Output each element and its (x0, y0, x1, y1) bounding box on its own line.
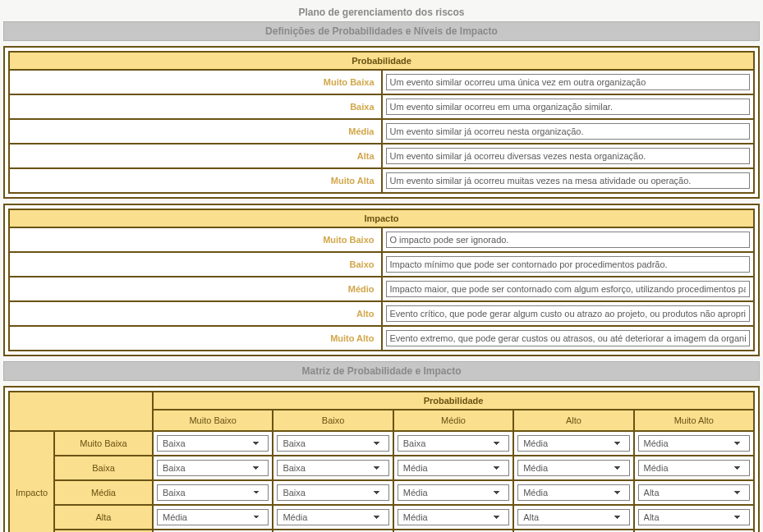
section-matrix-header: Matriz de Probabilidade e Impacto (3, 361, 760, 381)
matrix-prob-header: Probabilidade (153, 392, 754, 410)
matrix-impact-header: Impacto (9, 431, 54, 532)
probability-header: Probabilidade (9, 52, 754, 70)
prob-input-muito-alta[interactable] (386, 172, 751, 189)
matrix-select[interactable]: BaixaMédiaAlta (277, 435, 388, 452)
impact-table: Impacto Muito Baixo Baixo Médio Alto Mui… (8, 209, 755, 351)
matrix-select[interactable]: BaixaMédiaAlta (638, 460, 750, 476)
matrix-select[interactable]: BaixaMédiaAlta (157, 460, 269, 476)
prob-label: Muito Baixa (9, 70, 382, 94)
matrix-select[interactable]: BaixaMédiaAlta (517, 509, 629, 525)
matrix-box: Probabilidade Muito Baixo Baixo Médio Al… (3, 386, 760, 532)
matrix-select[interactable]: BaixaMédiaAlta (638, 509, 750, 525)
impact-input-muito-alto[interactable] (386, 330, 751, 346)
matrix-col-header: Muito Baixo (153, 410, 273, 431)
impact-label: Baixo (9, 252, 382, 277)
impact-input-medio[interactable] (386, 281, 751, 297)
matrix-select[interactable]: BaixaMédiaAlta (277, 484, 388, 501)
matrix-select[interactable]: BaixaMédiaAlta (517, 484, 629, 501)
prob-label: Muito Alta (9, 168, 382, 193)
matrix-col-header: Muito Alto (634, 410, 754, 431)
probability-box: Probabilidade Muito Baixa Baixa Média Al… (3, 46, 760, 199)
impact-box: Impacto Muito Baixo Baixo Médio Alto Mui… (3, 204, 760, 356)
impact-header: Impacto (9, 209, 754, 227)
matrix-select[interactable]: BaixaMédiaAlta (398, 460, 509, 476)
prob-input-baixa[interactable] (386, 99, 751, 115)
matrix-select[interactable]: BaixaMédiaAlta (398, 484, 509, 501)
matrix-select[interactable]: BaixaMédiaAlta (157, 509, 269, 525)
prob-input-alta[interactable] (386, 148, 751, 164)
prob-label: Baixa (9, 94, 382, 119)
impact-label: Médio (9, 277, 382, 301)
section-definitions-header: Definições de Probabilidades e Níveis de… (3, 21, 760, 41)
matrix-row-header: Baixa (54, 456, 153, 480)
prob-input-muito-baixa[interactable] (386, 74, 751, 90)
page-title: Plano de gerenciamento dos riscos (3, 3, 760, 20)
matrix-select[interactable]: BaixaMédiaAlta (517, 435, 629, 452)
matrix-table: Probabilidade Muito Baixo Baixo Médio Al… (8, 391, 755, 532)
matrix-col-header: Baixo (273, 410, 393, 431)
matrix-select[interactable]: BaixaMédiaAlta (638, 484, 750, 501)
impact-input-baixo[interactable] (386, 256, 751, 273)
prob-label: Alta (9, 144, 382, 168)
matrix-select[interactable]: BaixaMédiaAlta (398, 509, 509, 525)
prob-input-media[interactable] (386, 123, 751, 140)
matrix-select[interactable]: BaixaMédiaAlta (157, 435, 269, 452)
matrix-select[interactable]: BaixaMédiaAlta (517, 460, 629, 476)
matrix-select[interactable]: BaixaMédiaAlta (277, 460, 388, 476)
matrix-col-header: Médio (393, 410, 513, 431)
matrix-select[interactable]: BaixaMédiaAlta (638, 435, 750, 452)
prob-label: Média (9, 119, 382, 144)
matrix-row-header: Alta (54, 505, 153, 530)
impact-label: Muito Alto (9, 326, 382, 351)
matrix-row-header: Muito Baixa (54, 431, 153, 456)
matrix-row-header: Média (54, 480, 153, 505)
matrix-select[interactable]: BaixaMédiaAlta (398, 435, 509, 452)
matrix-select[interactable]: BaixaMédiaAlta (157, 484, 269, 501)
probability-table: Probabilidade Muito Baixa Baixa Média Al… (8, 51, 755, 194)
impact-label: Alto (9, 301, 382, 326)
impact-label: Muito Baixo (9, 227, 382, 252)
matrix-col-header: Alto (513, 410, 633, 431)
impact-input-muito-baixo[interactable] (386, 232, 751, 248)
impact-input-alto[interactable] (386, 305, 751, 322)
matrix-corner (9, 392, 153, 431)
matrix-select[interactable]: BaixaMédiaAlta (277, 509, 388, 525)
